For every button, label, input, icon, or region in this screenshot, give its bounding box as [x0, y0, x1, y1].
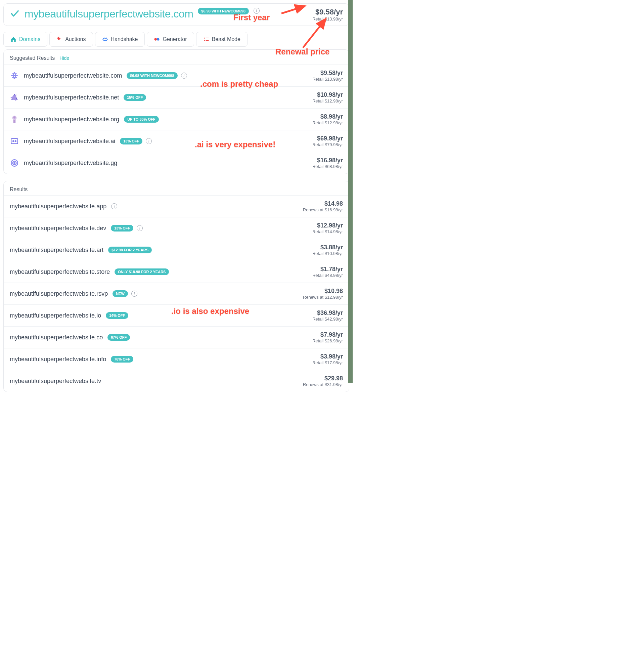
row-retail: Renews at $12.98/yr — [303, 295, 343, 300]
tab-label: Handshake — [111, 36, 138, 42]
row-badges: 78% OFF — [111, 356, 133, 363]
domain-row[interactable]: mybeautifulsuperperfectwebsite.storeONLY… — [4, 261, 349, 282]
price-block: $12.98/yr Retail $14.98/yr — [312, 222, 343, 234]
row-badges: 13% OFFi — [120, 138, 152, 145]
row-retail: Retail $48.98/yr — [312, 273, 343, 278]
offer-badge: 13% OFF — [120, 138, 142, 145]
tab-beast-mode[interactable]: Beast Mode — [196, 32, 248, 47]
suggested-title: Suggested Results — [10, 55, 55, 61]
info-icon[interactable]: i — [131, 291, 137, 297]
domain-row[interactable]: mybeautifulsuperperfectwebsite.com$6.98 … — [4, 65, 349, 86]
domain-name: mybeautifulsuperperfectwebsite.art — [10, 247, 103, 254]
row-badges: i — [111, 203, 117, 209]
offer-badge: ONLY $18.98 FOR 2 YEARS — [114, 269, 169, 275]
domain-name: mybeautifulsuperperfectwebsite.org — [24, 116, 119, 123]
row-retail: Renews at $16.98/yr — [303, 207, 343, 213]
row-price: $9.58/yr — [312, 70, 343, 77]
hide-link[interactable]: Hide — [59, 55, 69, 61]
domain-row[interactable]: mybeautifulsuperperfectwebsite.orgUP TO … — [4, 108, 349, 130]
price-block: $29.98 Renews at $31.98/yr — [303, 375, 343, 387]
domain-row[interactable]: mybeautifulsuperperfectwebsite.art$12.98… — [4, 239, 349, 261]
domain-row[interactable]: mybeautifulsuperperfectwebsite.gg $16.98… — [4, 152, 349, 174]
row-retail: Retail $14.98/yr — [312, 229, 343, 234]
header-retail: Retail $13.98/yr — [312, 17, 343, 22]
domain-name: mybeautifulsuperperfectwebsite.info — [10, 356, 106, 363]
domain-name: mybeautifulsuperperfectwebsite.io — [10, 312, 101, 319]
row-retail: Retail $10.98/yr — [312, 251, 343, 256]
price-block: $10.98/yr Retail $12.98/yr — [312, 92, 343, 103]
row-price: $14.98 — [303, 200, 343, 207]
row-retail: Retail $26.98/yr — [312, 338, 343, 343]
row-retail: Retail $12.98/yr — [312, 98, 343, 103]
tab-auctions[interactable]: Auctions — [49, 32, 93, 47]
handshake-icon — [102, 36, 108, 42]
tab-label: Domains — [19, 36, 40, 42]
row-price: $29.98 — [303, 375, 343, 382]
row-badges: 14% OFF — [106, 312, 128, 319]
tab-handshake[interactable]: Handshake — [95, 32, 145, 47]
info-icon[interactable]: i — [181, 73, 187, 79]
domain-name: mybeautifulsuperperfectwebsite.app — [10, 203, 106, 210]
price-block: $10.98 Renews at $12.98/yr — [303, 288, 343, 300]
header-card: mybeautifulsuperperfectwebsite.com $6.98… — [3, 3, 349, 26]
domain-row[interactable]: mybeautifulsuperperfectwebsite.tv $29.98… — [4, 370, 349, 392]
price-block: $8.98/yr Retail $12.98/yr — [312, 113, 343, 125]
price-block: $14.98 Renews at $16.98/yr — [303, 200, 343, 213]
svg-rect-7 — [206, 38, 209, 39]
domain-row[interactable]: mybeautifulsuperperfectwebsite.co67% OFF… — [4, 326, 349, 348]
row-price: $69.98/yr — [312, 135, 343, 142]
row-retail: Retail $13.98/yr — [312, 77, 343, 82]
info-icon[interactable]: i — [146, 138, 152, 144]
row-price: $8.98/yr — [312, 113, 343, 120]
tld-ai-icon — [10, 136, 19, 146]
domain-name: mybeautifulsuperperfectwebsite.net — [24, 94, 119, 101]
domain-row[interactable]: mybeautifulsuperperfectwebsite.ai13% OFF… — [4, 130, 349, 152]
offer-badge: UP TO 30% OFF — [124, 116, 158, 123]
offer-badge: $6.98 WITH NEWCOM698 — [127, 72, 177, 79]
row-badges: UP TO 30% OFF — [124, 116, 158, 123]
svg-point-2 — [59, 37, 61, 39]
info-icon[interactable]: i — [137, 225, 143, 231]
tab-generator[interactable]: Generator — [147, 32, 194, 47]
row-retail: Retail $42.98/yr — [312, 317, 343, 322]
domain-name: mybeautifulsuperperfectwebsite.co — [10, 334, 103, 341]
results-rows: mybeautifulsuperperfectwebsite.appi $14.… — [4, 195, 349, 392]
price-block: $69.98/yr Retail $79.98/yr — [312, 135, 343, 147]
domain-row[interactable]: mybeautifulsuperperfectwebsite.dev13% OF… — [4, 217, 349, 239]
tab-label: Auctions — [65, 36, 86, 42]
svg-point-6 — [204, 40, 205, 41]
tab-domains[interactable]: Domains — [3, 32, 47, 47]
svg-rect-8 — [206, 40, 209, 41]
tab-label: Generator — [162, 36, 187, 42]
page: { "header": { "domain": "mybeautifulsupe… — [0, 0, 353, 402]
beast-icon — [203, 36, 209, 42]
row-badges: $6.98 WITH NEWCOM698i — [127, 72, 187, 79]
generator-icon — [154, 36, 160, 42]
domain-row[interactable]: mybeautifulsuperperfectwebsite.rsvpNEWi … — [4, 282, 349, 304]
offer-badge: 13% OFF — [111, 225, 133, 231]
svg-point-19 — [14, 162, 15, 163]
domain-row[interactable]: mybeautifulsuperperfectwebsite.net15% OF… — [4, 86, 349, 108]
tld-globe-icon — [10, 71, 19, 80]
right-window-bar — [348, 0, 353, 383]
info-icon[interactable]: i — [111, 203, 117, 209]
row-badges: ONLY $18.98 FOR 2 YEARS — [114, 269, 169, 275]
svg-point-11 — [14, 116, 16, 119]
domain-row[interactable]: mybeautifulsuperperfectwebsite.io14% OFF… — [4, 304, 349, 326]
domain-row[interactable]: mybeautifulsuperperfectwebsite.appi $14.… — [4, 195, 349, 217]
offer-badge: 15% OFF — [124, 94, 146, 101]
svg-point-3 — [155, 38, 157, 41]
info-icon[interactable]: i — [254, 8, 260, 14]
svg-rect-9 — [14, 120, 16, 123]
domain-name: mybeautifulsuperperfectwebsite.dev — [10, 225, 106, 232]
header-price-block: $9.58/yr Retail $13.98/yr — [312, 8, 343, 22]
svg-point-14 — [15, 141, 16, 142]
suggested-header: Suggested Results Hide — [4, 50, 349, 65]
price-block: $3.88/yr Retail $10.98/yr — [312, 244, 343, 256]
row-retail: Renews at $31.98/yr — [303, 382, 343, 387]
domain-name: mybeautifulsuperperfectwebsite.tv — [10, 378, 101, 385]
domain-row[interactable]: mybeautifulsuperperfectwebsite.info78% O… — [4, 348, 349, 370]
offer-badge: 78% OFF — [111, 356, 133, 363]
domain-name: mybeautifulsuperperfectwebsite.store — [10, 269, 110, 275]
tld-gg-icon — [10, 158, 19, 168]
